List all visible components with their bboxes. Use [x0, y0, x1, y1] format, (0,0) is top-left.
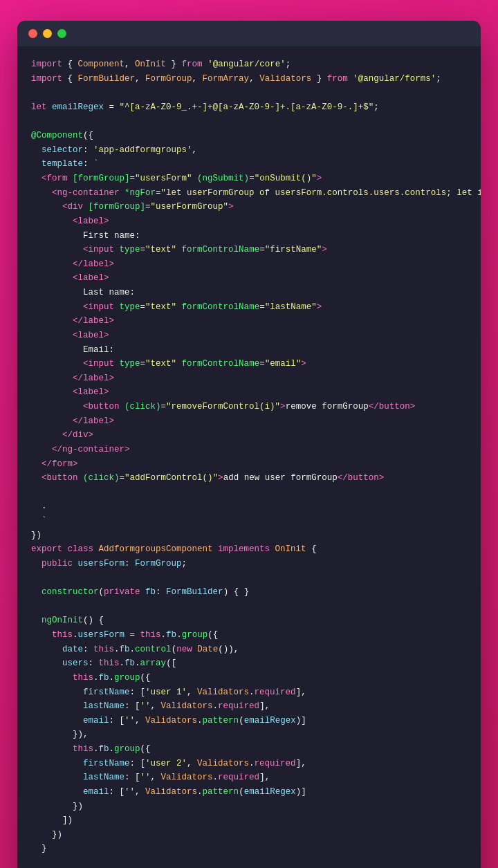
code-line: this.fb.group({: [31, 742, 467, 757]
code-line: lastName: ['', Validators.required],: [31, 699, 467, 714]
code-line: `: [31, 514, 467, 528]
code-line: <ng-container *ngFor="let userFormGroup …: [31, 186, 467, 201]
code-line: Last name:: [31, 286, 467, 300]
code-line: template: `: [31, 157, 467, 172]
code-line: </div>: [31, 428, 467, 443]
code-line: <input type="text" formControlName="firs…: [31, 243, 467, 257]
code-line: <label>: [31, 271, 467, 286]
code-line: }): [31, 528, 467, 543]
code-line: [31, 856, 467, 868]
maximize-dot[interactable]: [57, 29, 66, 38]
code-line: let emailRegex = "^[a-zA-Z0-9_.+-]+@[a-z…: [31, 100, 467, 115]
code-line: firstName: ['user 1', Validators.require…: [31, 685, 467, 700]
code-line: date: this.fb.control(new Date()),: [31, 643, 467, 657]
code-line: @Component({: [31, 129, 467, 143]
code-line: import { FormBuilder, FormGroup, FormArr…: [31, 72, 467, 86]
code-line: email: ['', Validators.pattern(emailRege…: [31, 714, 467, 728]
code-line: [31, 571, 467, 586]
code-line: firstName: ['user 2', Validators.require…: [31, 757, 467, 771]
code-line: [31, 86, 467, 100]
code-line: <form [formGroup]="usersForm" (ngSubmit)…: [31, 172, 467, 186]
code-line: </label>: [31, 414, 467, 429]
code-line: </ng-container>: [31, 443, 467, 457]
minimize-dot[interactable]: [43, 29, 52, 38]
code-line: public usersForm: FormGroup;: [31, 557, 467, 571]
titlebar: [17, 21, 481, 46]
code-editor-window: import { Component, OnInit } from '@angu…: [17, 21, 481, 868]
code-line: ngOnInit() {: [31, 613, 467, 628]
code-line: Email:: [31, 343, 467, 358]
code-line: [31, 486, 467, 500]
code-line: .: [31, 499, 467, 514]
code-line: ]): [31, 813, 467, 828]
code-line: users: this.fb.array([: [31, 656, 467, 671]
code-line: }): [31, 800, 467, 814]
code-line: this.usersForm = this.fb.group({: [31, 628, 467, 643]
code-line: constructor(private fb: FormBuilder) { }: [31, 585, 467, 600]
code-line: <input type="text" formControlName="last…: [31, 300, 467, 315]
code-line: </label>: [31, 371, 467, 386]
code-line: <input type="text" formControlName="emai…: [31, 357, 467, 371]
close-dot[interactable]: [28, 29, 37, 38]
code-line: import { Component, OnInit } from '@angu…: [31, 57, 467, 72]
code-line: <div [formGroup]="userFormGroup">: [31, 200, 467, 214]
code-line: [31, 600, 467, 614]
code-line: <label>: [31, 385, 467, 400]
code-line: </label>: [31, 257, 467, 272]
code-line: export class AddformgroupsComponent impl…: [31, 542, 467, 557]
code-line: [31, 115, 467, 129]
code-line: lastName: ['', Validators.required],: [31, 770, 467, 785]
code-line: selector: 'app-addformgroups',: [31, 143, 467, 158]
code-line: }: [31, 842, 467, 856]
code-line: <button (click)="removeFormControl(i)">r…: [31, 400, 467, 414]
code-line: First name:: [31, 229, 467, 243]
code-line: </form>: [31, 457, 467, 472]
code-line: email: ['', Validators.pattern(emailRege…: [31, 785, 467, 800]
code-content: import { Component, OnInit } from '@angu…: [17, 46, 481, 868]
code-line: <label>: [31, 214, 467, 229]
code-line: this.fb.group({: [31, 671, 467, 685]
code-line: <button (click)="addFormControl()">add n…: [31, 471, 467, 486]
code-line: </label>: [31, 314, 467, 329]
code-line: }): [31, 828, 467, 842]
code-line: }),: [31, 728, 467, 742]
code-line: <label>: [31, 329, 467, 343]
